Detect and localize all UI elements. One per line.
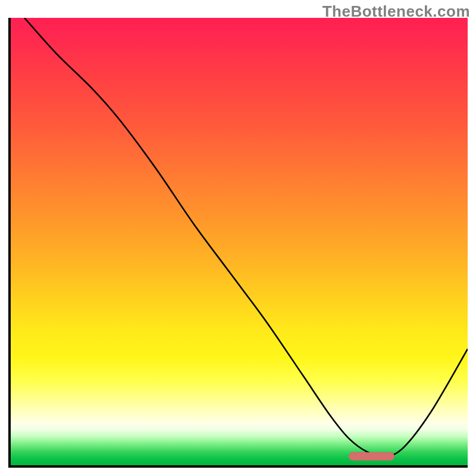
plot-area [8, 18, 468, 468]
optimal-range-marker [349, 452, 394, 461]
curve-svg [11, 18, 468, 465]
bottleneck-chart: TheBottleneck.com [0, 0, 476, 476]
bottleneck-curve-path [24, 18, 468, 456]
watermark-text: TheBottleneck.com [322, 2, 470, 21]
